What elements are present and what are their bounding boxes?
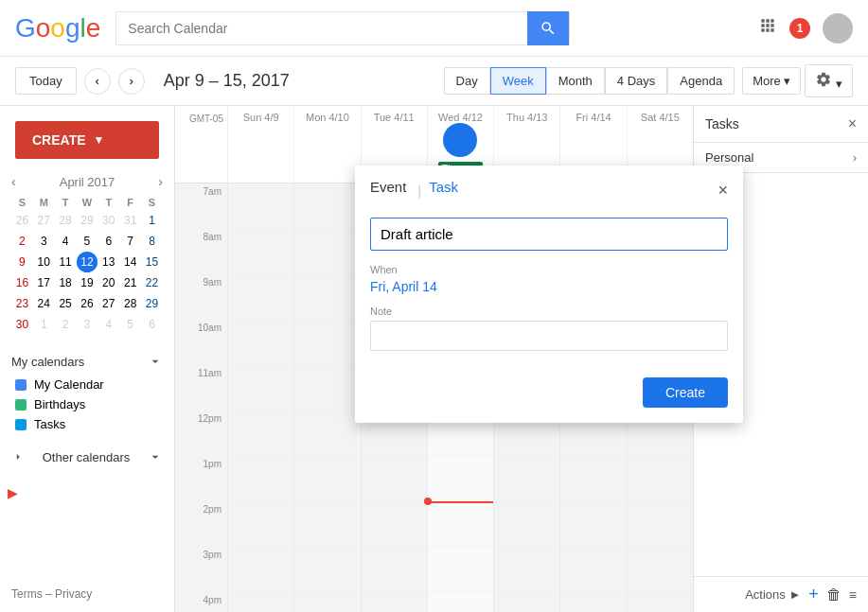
mini-cal-day[interactable]: 30	[97, 210, 119, 231]
tasks-close-button[interactable]: ×	[848, 115, 857, 132]
mini-cal-day[interactable]: 1	[141, 210, 163, 231]
mini-cal-day[interactable]: 24	[33, 293, 55, 314]
calendar-item-tasks[interactable]: Tasks	[11, 414, 163, 434]
mini-cal-day[interactable]: 23	[11, 293, 33, 314]
settings-button[interactable]: ▾	[805, 64, 853, 97]
hour-line[interactable]	[228, 501, 293, 547]
mini-cal-next[interactable]: ›	[158, 174, 163, 189]
mini-cal-day[interactable]: 30	[11, 314, 33, 335]
mini-cal-day[interactable]: 2	[11, 231, 33, 252]
mini-cal-day[interactable]: 27	[97, 293, 119, 314]
mini-cal-day[interactable]: 3	[77, 314, 98, 335]
mini-cal-day[interactable]: 9	[11, 252, 33, 272]
hour-line[interactable]	[294, 274, 360, 320]
hour-line[interactable]	[294, 501, 360, 547]
popup-close-button[interactable]: ×	[717, 181, 728, 201]
mini-cal-day[interactable]: 25	[55, 293, 77, 314]
hour-line[interactable]	[428, 547, 493, 592]
hour-line[interactable]	[228, 456, 293, 501]
mini-cal-day[interactable]: 18	[55, 272, 77, 293]
mini-cal-day[interactable]: 13	[97, 252, 119, 272]
cal-day-col[interactable]	[293, 184, 360, 612]
mini-cal-day[interactable]: 3	[33, 231, 55, 252]
popup-note-input[interactable]	[370, 321, 728, 351]
my-calendars-header[interactable]: My calendars	[11, 354, 163, 369]
hour-line[interactable]	[294, 229, 360, 274]
hour-line[interactable]	[628, 547, 693, 592]
user-avatar[interactable]	[823, 13, 853, 44]
day-header-sun[interactable]: Sun 4/9	[227, 106, 293, 183]
prev-button[interactable]: ‹	[84, 68, 111, 95]
mini-cal-day[interactable]: 12	[77, 252, 98, 272]
hour-line[interactable]	[362, 547, 427, 592]
mini-cal-day[interactable]: 17	[33, 272, 55, 293]
hour-line[interactable]	[294, 184, 360, 229]
more-button[interactable]: More ▾	[742, 67, 801, 95]
today-button[interactable]: Today	[15, 67, 77, 95]
popup-create-button[interactable]: Create	[643, 377, 728, 408]
view-agenda-button[interactable]: Agenda	[667, 67, 735, 95]
hour-line[interactable]	[228, 274, 293, 320]
other-calendars-header[interactable]: Other calendars	[11, 449, 163, 464]
hour-line[interactable]	[362, 592, 427, 612]
hour-line[interactable]	[494, 547, 559, 592]
hour-line[interactable]	[494, 501, 559, 547]
hour-line[interactable]	[294, 592, 360, 612]
mini-cal-day[interactable]: 26	[11, 210, 33, 231]
hour-line[interactable]	[294, 411, 360, 456]
search-button[interactable]	[527, 11, 569, 45]
hour-line[interactable]	[628, 456, 693, 501]
mini-cal-day[interactable]: 5	[119, 314, 141, 335]
hour-line[interactable]	[628, 592, 693, 612]
hour-line[interactable]	[228, 365, 293, 411]
mini-cal-day[interactable]: 20	[97, 272, 119, 293]
hour-line[interactable]	[294, 547, 360, 592]
mini-cal-day[interactable]: 15	[141, 252, 163, 272]
hour-line[interactable]	[228, 547, 293, 592]
view-month-button[interactable]: Month	[546, 67, 605, 95]
mini-cal-day[interactable]: 27	[33, 210, 55, 231]
mini-cal-prev[interactable]: ‹	[11, 174, 16, 189]
popup-tab-event[interactable]: Event	[370, 179, 406, 202]
mini-cal-day[interactable]: 7	[119, 231, 141, 252]
hour-line[interactable]	[428, 592, 493, 612]
mini-cal-day[interactable]: 1	[33, 314, 55, 335]
tasks-add-button[interactable]: +	[808, 585, 819, 604]
hour-line[interactable]	[294, 456, 360, 501]
calendar-item-birthdays[interactable]: Birthdays	[11, 394, 163, 414]
mini-cal-day[interactable]: 2	[55, 314, 77, 335]
privacy-link[interactable]: Privacy	[55, 587, 92, 601]
hour-line[interactable]	[228, 411, 293, 456]
popup-when-date[interactable]: Fri, April 14	[370, 279, 728, 294]
view-4days-button[interactable]: 4 Days	[605, 67, 667, 95]
mini-cal-day[interactable]: 29	[141, 293, 163, 314]
tasks-delete-button[interactable]: 🗑	[826, 586, 841, 603]
mini-cal-day[interactable]: 28	[119, 293, 141, 314]
mini-cal-day[interactable]: 14	[119, 252, 141, 272]
mini-cal-day[interactable]: 6	[141, 314, 163, 335]
hour-line[interactable]	[228, 320, 293, 365]
hour-line[interactable]	[560, 547, 626, 592]
cal-day-col[interactable]	[227, 184, 293, 612]
hour-line[interactable]	[228, 184, 293, 229]
hour-line[interactable]	[560, 592, 626, 612]
hour-line[interactable]	[428, 456, 493, 501]
task-title-input[interactable]	[370, 218, 728, 251]
mini-cal-day[interactable]: 4	[97, 314, 119, 335]
mini-cal-day[interactable]: 8	[141, 231, 163, 252]
mini-cal-title[interactable]: April 2017	[60, 175, 115, 189]
create-button[interactable]: CREATE ▼	[15, 121, 159, 159]
hour-line[interactable]	[228, 229, 293, 274]
hour-line[interactable]	[428, 501, 493, 547]
hour-line[interactable]	[560, 456, 626, 501]
calendar-item-my[interactable]: My Calendar	[11, 375, 163, 394]
notification-badge[interactable]: 1	[785, 13, 815, 44]
search-input[interactable]	[116, 12, 527, 44]
hour-line[interactable]	[294, 365, 360, 411]
view-week-button[interactable]: Week	[490, 67, 546, 95]
mini-cal-day[interactable]: 4	[55, 231, 77, 252]
mini-cal-day[interactable]: 19	[77, 272, 98, 293]
mini-cal-day[interactable]: 28	[55, 210, 77, 231]
mini-cal-day[interactable]: 22	[141, 272, 163, 293]
hour-line[interactable]	[560, 501, 626, 547]
